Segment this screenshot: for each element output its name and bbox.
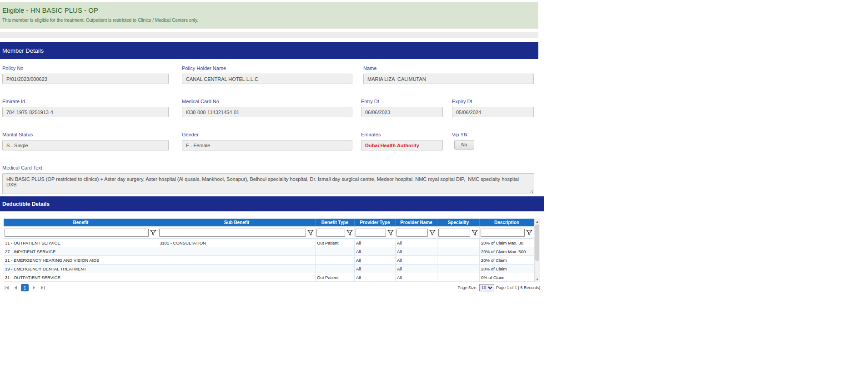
member-details-form: Policy No Policy Holder Name Name Emirat… bbox=[0, 65, 538, 194]
column-header-speciality[interactable]: Speciality bbox=[437, 219, 480, 226]
page-content: Eligible - HN BASIC PLUS - OP This membe… bbox=[0, 2, 544, 293]
first-page-icon[interactable] bbox=[4, 285, 10, 291]
cell-description: 20% of Claim Max. 500 bbox=[480, 247, 534, 255]
filter-funnel-icon[interactable] bbox=[429, 229, 436, 236]
table-row[interactable]: 27 - INPATIENT SERVICE All All 20% of Cl… bbox=[4, 247, 534, 256]
emirate-id-label: Emirate Id bbox=[2, 99, 169, 104]
member-details-header: Member Details bbox=[0, 42, 538, 59]
marital-status-label: Marital Status bbox=[2, 132, 169, 137]
member-name-label: Name bbox=[363, 65, 534, 71]
column-header-description[interactable]: Description bbox=[480, 219, 534, 226]
cell-benefit-type: Out Patient bbox=[316, 273, 355, 281]
grid-header-row: Benefit Sub Benefit Benefit Type Provide… bbox=[4, 219, 534, 226]
vip-yn-toggle-button[interactable]: No bbox=[454, 140, 474, 150]
medical-card-no-input[interactable] bbox=[182, 107, 352, 117]
last-page-icon[interactable] bbox=[40, 285, 46, 291]
cell-sub-benefit bbox=[158, 273, 316, 281]
filter-input-description[interactable] bbox=[481, 229, 525, 237]
column-header-benefit-type[interactable]: Benefit Type bbox=[316, 219, 355, 226]
grid-pagination: 1 Page Size: 10 Page 1 of 1 [ 5 Records] bbox=[4, 283, 540, 293]
cell-provider-type: All bbox=[355, 265, 396, 273]
table-row[interactable]: 21 - EMERGENCY HEARING AND VISION AIDS A… bbox=[4, 256, 534, 265]
deductible-details-title: Deductible Details bbox=[2, 201, 50, 207]
policy-no-input[interactable] bbox=[2, 74, 169, 84]
gender-input[interactable] bbox=[182, 140, 352, 150]
scrollbar-thumb[interactable] bbox=[535, 225, 539, 261]
cell-provider-name: All bbox=[396, 256, 437, 264]
eligibility-message: This member is eligible for the treatmen… bbox=[2, 18, 533, 23]
expiry-dt-input[interactable] bbox=[452, 107, 534, 117]
member-name-input[interactable] bbox=[363, 74, 534, 84]
cell-benefit: 27 - INPATIENT SERVICE bbox=[4, 247, 158, 255]
cell-provider-name: All bbox=[396, 247, 437, 255]
cell-provider-name: All bbox=[396, 239, 437, 247]
filter-funnel-icon[interactable] bbox=[526, 229, 533, 236]
medical-card-text-textarea[interactable]: HN BASIC PLUS (OP restricted to clinics)… bbox=[2, 173, 534, 194]
deductible-grid: Benefit Sub Benefit Benefit Type Provide… bbox=[4, 219, 540, 282]
cell-provider-type: All bbox=[355, 239, 396, 247]
entry-dt-input[interactable] bbox=[361, 107, 443, 117]
vip-yn-label: Vip YN bbox=[452, 132, 474, 137]
cell-description: 0% of Claim bbox=[480, 273, 534, 281]
column-header-provider-type[interactable]: Provider Type bbox=[355, 219, 396, 226]
cell-speciality bbox=[437, 273, 480, 281]
table-row[interactable]: 19 - EMERGENCY DENTAL TREATMENT All All … bbox=[4, 265, 534, 273]
previous-page-icon[interactable] bbox=[12, 285, 19, 291]
emirate-id-input[interactable] bbox=[2, 107, 169, 117]
cell-provider-type: All bbox=[355, 247, 396, 255]
filter-input-benefit[interactable] bbox=[5, 229, 149, 237]
cell-benefit-type bbox=[316, 256, 355, 264]
next-page-icon[interactable] bbox=[31, 285, 37, 291]
table-row[interactable]: 31 - OUTPATIENT SERVICE 3101 - CONSULTAT… bbox=[4, 239, 534, 247]
emirates-input[interactable] bbox=[361, 140, 443, 150]
cell-sub-benefit: 3101 - CONSULTATION bbox=[158, 239, 316, 247]
cell-benefit: 19 - EMERGENCY DENTAL TREATMENT bbox=[4, 265, 158, 273]
column-header-provider-name[interactable]: Provider Name bbox=[396, 219, 437, 226]
eligibility-banner: Eligible - HN BASIC PLUS - OP This membe… bbox=[0, 2, 538, 29]
cell-description: 20% of Claim Max. 30 bbox=[480, 239, 534, 247]
scroll-up-icon[interactable]: ▲ bbox=[535, 219, 540, 224]
scroll-down-icon[interactable]: ▼ bbox=[535, 277, 540, 282]
filter-funnel-icon[interactable] bbox=[471, 229, 478, 236]
column-header-benefit[interactable]: Benefit bbox=[4, 219, 158, 226]
cell-benefit: 31 - OUTPATIENT SERVICE bbox=[4, 239, 158, 247]
emirates-label: Emirates bbox=[361, 132, 443, 137]
cell-benefit-type: Out Patient bbox=[316, 239, 355, 247]
filter-funnel-icon[interactable] bbox=[387, 229, 394, 236]
filter-input-benefit-type[interactable] bbox=[316, 229, 345, 237]
filter-input-provider-type[interactable] bbox=[356, 229, 386, 237]
page-info-text: Page 1 of 1 [ 5 Records] bbox=[496, 285, 540, 290]
filter-funnel-icon[interactable] bbox=[150, 229, 157, 236]
eligibility-title: Eligible - HN BASIC PLUS - OP bbox=[2, 6, 533, 14]
filter-input-provider-name[interactable] bbox=[396, 229, 428, 237]
cell-sub-benefit bbox=[158, 247, 316, 255]
cell-benefit-type bbox=[316, 265, 355, 273]
cell-speciality bbox=[437, 265, 480, 273]
cell-benefit: 21 - EMERGENCY HEARING AND VISION AIDS bbox=[4, 256, 158, 264]
policy-holder-name-input[interactable] bbox=[182, 74, 352, 84]
cell-provider-type: All bbox=[355, 256, 396, 264]
cell-description: 20% of Claim bbox=[480, 265, 534, 273]
cell-provider-type: All bbox=[355, 273, 396, 281]
cell-sub-benefit bbox=[158, 265, 316, 273]
medical-card-text-label: Medical Card Text bbox=[2, 165, 534, 170]
filter-input-sub-benefit[interactable] bbox=[159, 229, 306, 237]
filter-funnel-icon[interactable] bbox=[346, 229, 353, 236]
cell-sub-benefit bbox=[158, 256, 316, 264]
filter-funnel-icon[interactable] bbox=[307, 229, 314, 236]
current-page-button[interactable]: 1 bbox=[21, 284, 29, 291]
table-scrollbar[interactable]: ▲ ▼ bbox=[534, 219, 540, 282]
filter-input-speciality[interactable] bbox=[438, 229, 470, 237]
grid-filter-row bbox=[4, 226, 534, 239]
cell-speciality bbox=[437, 256, 480, 264]
column-header-sub-benefit[interactable]: Sub Benefit bbox=[158, 219, 316, 226]
cell-description: 20% of Claim bbox=[480, 256, 534, 264]
deductible-details-header: Deductible Details bbox=[0, 196, 544, 211]
marital-status-input[interactable] bbox=[2, 140, 169, 150]
divider-strip bbox=[0, 32, 538, 38]
page-size-select[interactable]: 10 bbox=[479, 284, 494, 291]
member-details-title: Member Details bbox=[2, 47, 44, 54]
page-size-label: Page Size: bbox=[457, 285, 477, 290]
entry-dt-label: Entry Dt bbox=[361, 99, 443, 104]
table-row[interactable]: 31 - OUTPATIENT SERVICE Out Patient All … bbox=[4, 273, 534, 282]
